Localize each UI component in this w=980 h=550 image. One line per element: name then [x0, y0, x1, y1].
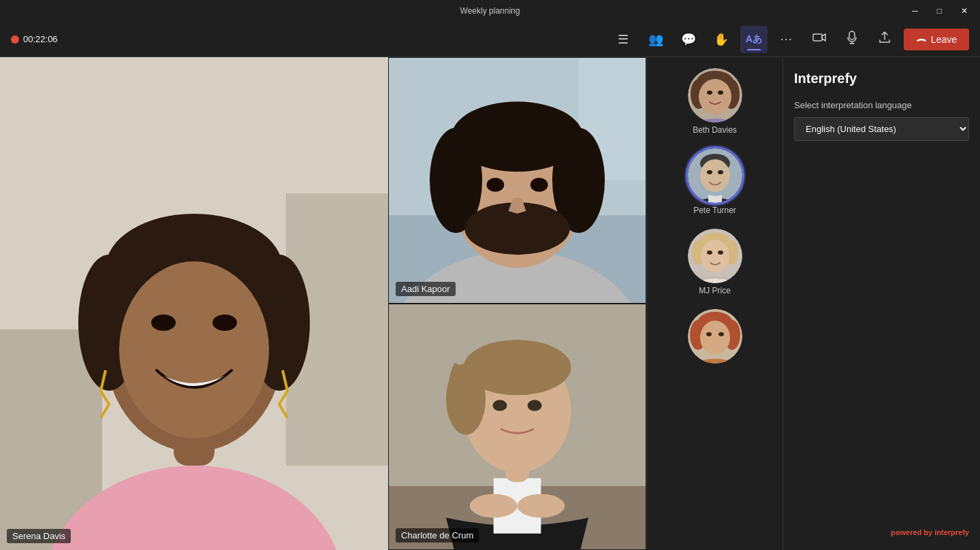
leave-label: Leave: [931, 34, 957, 45]
serena-avatar-svg: [0, 57, 388, 550]
video-serena: Serena Davis: [0, 57, 388, 550]
video-charlotte: Charlotte de Crum: [388, 304, 646, 550]
share-button[interactable]: [871, 26, 898, 53]
maximize-button[interactable]: □: [933, 6, 946, 16]
pete-name: Pete Turner: [693, 206, 736, 215]
svg-point-65: [700, 321, 730, 355]
recording-time: 00:22:06: [23, 34, 58, 44]
svg-point-14: [151, 314, 176, 331]
svg-point-36: [528, 400, 542, 411]
5th-avatar-svg: [688, 309, 742, 363]
mj-avatar: [688, 229, 742, 283]
camera-button[interactable]: [806, 26, 833, 53]
svg-point-38: [518, 494, 565, 518]
beth-name: Beth Davies: [693, 125, 737, 135]
pete-avatar: [688, 148, 742, 203]
language-button[interactable]: Aあ: [740, 26, 768, 53]
interprefy-title: Interprefy: [794, 71, 969, 86]
video-right-panel: Aadi Kapoor: [388, 57, 646, 550]
leave-phone-icon: [916, 34, 927, 45]
svg-point-57: [701, 240, 729, 272]
mj-name: MJ Price: [699, 286, 731, 295]
recording-indicator: 00:22:06: [11, 34, 58, 44]
roster-icon: ☰: [618, 32, 629, 47]
charlotte-name-label: Charlotte de Crum: [396, 528, 479, 543]
serena-name-label: Serena Davis: [7, 529, 71, 543]
minimize-button[interactable]: ─: [908, 6, 922, 16]
svg-point-51: [718, 170, 723, 174]
svg-point-13: [119, 261, 269, 438]
svg-point-58: [707, 250, 712, 255]
toolbar: 00:22:06 ☰ 👥 💬 ✋ Aあ ···: [0, 22, 980, 57]
title-bar-controls: ─ □ ✕: [908, 6, 972, 16]
serena-video-bg: [0, 57, 388, 550]
svg-point-27: [531, 178, 548, 192]
more-icon: ···: [780, 32, 793, 46]
close-button[interactable]: ✕: [957, 6, 972, 16]
svg-point-50: [707, 170, 712, 174]
participant-mj[interactable]: MJ Price: [647, 223, 783, 301]
svg-point-43: [699, 79, 731, 114]
svg-rect-1: [849, 31, 855, 39]
main-content: Serena Davis: [0, 57, 980, 550]
participants-button[interactable]: 👥: [642, 26, 669, 53]
svg-point-66: [706, 332, 712, 336]
participant-beth[interactable]: Beth Davies: [647, 63, 783, 140]
svg-point-45: [718, 91, 723, 95]
5th-avatar: [688, 309, 742, 363]
chat-button[interactable]: 💬: [675, 26, 702, 53]
language-icon: Aあ: [746, 33, 762, 46]
language-dropdown[interactable]: English (United States): [794, 117, 969, 141]
recording-dot: [11, 35, 19, 44]
interprefy-footer: powered by interprefy: [794, 528, 969, 536]
aadi-name-label: Aadi Kapoor: [396, 282, 456, 296]
interprefy-panel: Interprefy Select interpretation languag…: [783, 57, 980, 550]
beth-avatar: [688, 68, 742, 123]
participant-pete[interactable]: Pete Turner: [647, 143, 783, 221]
mic-icon: [847, 31, 857, 48]
raise-hand-button[interactable]: ✋: [708, 26, 735, 53]
window-title: Weekly planning: [460, 6, 520, 16]
footer-brand: interprefy: [934, 528, 969, 536]
svg-point-44: [707, 91, 712, 95]
svg-rect-0: [813, 34, 822, 41]
svg-point-15: [212, 314, 237, 331]
raise-hand-icon: ✋: [714, 32, 729, 47]
aadi-avatar-svg: [389, 58, 646, 303]
svg-point-37: [470, 494, 518, 518]
video-aadi: Aadi Kapoor: [388, 57, 646, 304]
charlotte-avatar-svg: [389, 304, 646, 549]
leave-button[interactable]: Leave: [904, 29, 969, 50]
participants-icon: 👥: [648, 32, 663, 47]
svg-point-26: [487, 178, 505, 192]
svg-point-49: [700, 159, 730, 192]
participants-sidebar: Beth Davies: [646, 57, 783, 550]
interprefy-subtitle: Select interpretation language: [794, 100, 969, 110]
svg-point-67: [718, 332, 724, 336]
svg-point-59: [718, 250, 723, 255]
roster-button[interactable]: ☰: [610, 26, 637, 53]
footer-powered-text: powered by: [891, 528, 932, 536]
video-grid: Serena Davis: [0, 57, 646, 550]
mic-button[interactable]: [838, 26, 866, 53]
chat-icon: 💬: [681, 32, 696, 47]
more-button[interactable]: ···: [773, 26, 800, 53]
share-icon: [879, 31, 891, 47]
svg-point-35: [493, 400, 507, 411]
title-bar: Weekly planning ─ □ ✕: [0, 0, 980, 22]
mj-avatar-svg: [688, 229, 742, 283]
camera-icon: [812, 32, 826, 46]
beth-avatar-svg: [688, 68, 742, 123]
pete-avatar-svg: [688, 148, 742, 203]
participant-5th[interactable]: [647, 304, 783, 372]
